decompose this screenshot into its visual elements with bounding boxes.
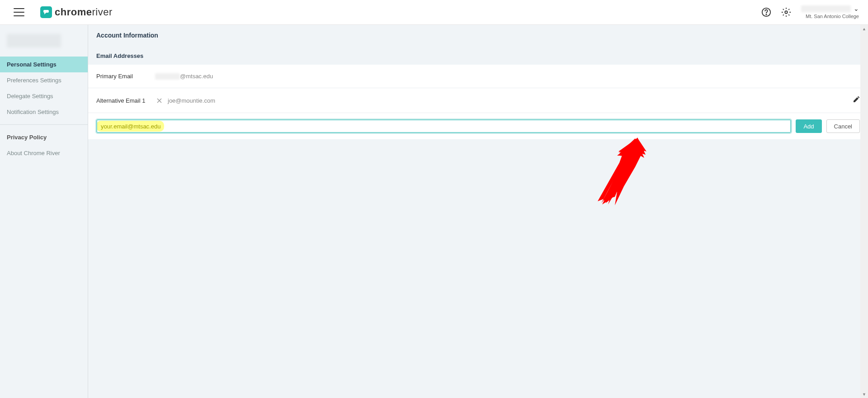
cancel-button[interactable]: Cancel	[826, 119, 860, 133]
logo-badge-icon	[40, 6, 52, 18]
sidebar-item-privacy-policy[interactable]: Privacy Policy	[0, 129, 88, 145]
sidebar-item-delegate-settings[interactable]: Delegate Settings	[0, 88, 88, 104]
alt-email-value: joe@mountie.com	[168, 97, 215, 104]
chevron-down-icon: ⌄	[854, 5, 859, 13]
svg-point-2	[785, 11, 788, 14]
user-menu[interactable]: ⌄ Mt. San Antonio College	[801, 5, 859, 19]
add-button[interactable]: Add	[796, 119, 821, 133]
section-email-title: Email Addresses	[88, 46, 868, 65]
help-icon[interactable]	[761, 7, 771, 17]
sidebar-item-personal-settings[interactable]: Personal Settings	[0, 57, 88, 72]
primary-email-redacted	[155, 73, 180, 80]
sidebar-item-preferences-settings[interactable]: Preferences Settings	[0, 72, 88, 88]
app-logo[interactable]: chromeriver	[40, 6, 113, 18]
alt-email-row: Alternative Email 1 joe@mountie.com	[88, 88, 868, 113]
scrollbar[interactable]: ▲ ▼	[860, 25, 868, 398]
user-name-redacted	[801, 5, 851, 12]
sidebar-item-notification-settings[interactable]: Notification Settings	[0, 104, 88, 120]
add-email-row: Add Cancel	[88, 113, 868, 139]
main-content: Account Information Email Addresses Prim…	[88, 25, 868, 398]
settings-icon[interactable]	[781, 7, 791, 17]
new-email-input[interactable]	[96, 119, 791, 133]
section-account-info-title: Account Information	[88, 25, 868, 46]
svg-point-1	[766, 14, 766, 14]
menu-toggle[interactable]	[14, 8, 24, 16]
scroll-down-icon[interactable]: ▼	[860, 390, 868, 398]
sidebar: Personal Settings Preferences Settings D…	[0, 25, 88, 398]
remove-alt-email-button[interactable]	[155, 96, 163, 104]
primary-email-row: Primary Email @mtsac.edu	[88, 65, 868, 88]
primary-email-suffix: @mtsac.edu	[180, 73, 213, 80]
sidebar-item-about[interactable]: About Chrome River	[0, 145, 88, 161]
edit-alt-email-button[interactable]	[853, 96, 860, 105]
alt-email-label: Alternative Email 1	[96, 97, 155, 104]
user-org-label: Mt. San Antonio College	[806, 14, 859, 19]
primary-email-label: Primary Email	[96, 73, 155, 80]
logo-text: chromeriver	[55, 6, 113, 18]
scroll-up-icon[interactable]: ▲	[860, 25, 868, 33]
sidebar-user-redacted	[7, 34, 61, 47]
